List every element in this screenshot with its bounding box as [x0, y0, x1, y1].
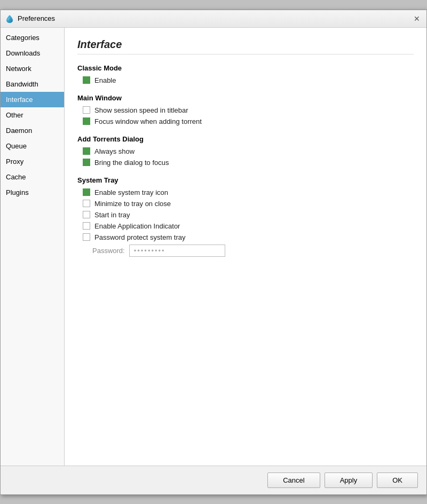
sidebar-item-other[interactable]: Other [1, 107, 64, 123]
checkbox-minimize-to-tray[interactable] [83, 200, 90, 207]
section-add-torrents-title: Add Torrents Dialog [77, 135, 414, 143]
option-enable-classic: Enable [77, 76, 414, 84]
label-password-protect: Password protect system tray [94, 233, 186, 241]
label-always-show: Always show [94, 147, 135, 155]
preferences-window: Preferences ✕ Categories Downloads Netwo… [0, 10, 427, 495]
label-enable-app-indicator: Enable Application Indicator [94, 222, 180, 230]
checkbox-always-show[interactable] [83, 147, 90, 155]
section-system-tray-title: System Tray [77, 176, 414, 184]
section-classic-mode-title: Classic Mode [77, 64, 414, 72]
titlebar: Preferences ✕ [1, 10, 426, 28]
option-start-in-tray: Start in tray [77, 211, 414, 219]
sidebar-item-categories[interactable]: Categories [1, 30, 64, 45]
sidebar-item-downloads[interactable]: Downloads [1, 45, 64, 61]
checkbox-bring-to-focus[interactable] [83, 159, 90, 166]
option-minimize-to-tray: Minimize to tray on close [77, 200, 414, 208]
sidebar-item-cache[interactable]: Cache [1, 169, 64, 185]
sidebar: Categories Downloads Network Bandwidth I… [1, 28, 65, 466]
sidebar-item-plugins[interactable]: Plugins [1, 185, 64, 200]
option-always-show: Always show [77, 147, 414, 155]
checkbox-enable-app-indicator[interactable] [83, 222, 90, 230]
password-input[interactable] [129, 245, 225, 257]
password-row: Password: [77, 245, 414, 257]
label-focus-window: Focus window when adding torrent [94, 117, 202, 125]
option-password-protect: Password protect system tray [77, 233, 414, 241]
checkbox-enable-tray-icon[interactable] [83, 188, 90, 196]
main-panel: Interface Classic Mode Enable Main Windo… [65, 28, 426, 466]
section-main-window-title: Main Window [77, 94, 414, 102]
checkbox-enable-classic[interactable] [83, 76, 90, 84]
label-show-session-speed: Show session speed in titlebar [94, 106, 188, 114]
option-focus-window: Focus window when adding torrent [77, 117, 414, 125]
sidebar-item-network[interactable]: Network [1, 61, 64, 76]
option-show-session-speed: Show session speed in titlebar [77, 106, 414, 114]
checkbox-start-in-tray[interactable] [83, 211, 90, 218]
window-title: Preferences [18, 14, 55, 22]
content-area: Categories Downloads Network Bandwidth I… [1, 28, 426, 466]
sidebar-item-daemon[interactable]: Daemon [1, 123, 64, 138]
apply-button[interactable]: Apply [325, 472, 373, 488]
label-start-in-tray: Start in tray [94, 211, 130, 219]
option-enable-app-indicator: Enable Application Indicator [77, 222, 414, 230]
checkbox-show-session-speed[interactable] [83, 106, 90, 114]
sidebar-item-proxy[interactable]: Proxy [1, 154, 64, 169]
label-enable-tray-icon: Enable system tray icon [94, 188, 168, 196]
option-enable-tray-icon: Enable system tray icon [77, 188, 414, 196]
checkbox-focus-window[interactable] [83, 117, 90, 125]
close-button[interactable]: ✕ [412, 13, 422, 24]
footer: Cancel Apply OK [1, 466, 426, 494]
password-label: Password: [92, 247, 125, 255]
label-minimize-to-tray: Minimize to tray on close [94, 200, 171, 208]
sidebar-item-bandwidth[interactable]: Bandwidth [1, 76, 64, 92]
ok-button[interactable]: OK [377, 472, 418, 488]
option-bring-to-focus: Bring the dialog to focus [77, 159, 414, 167]
app-icon [5, 14, 14, 23]
checkbox-password-protect[interactable] [83, 233, 90, 241]
sidebar-item-interface[interactable]: Interface [1, 92, 64, 107]
cancel-button[interactable]: Cancel [267, 472, 320, 488]
label-bring-to-focus: Bring the dialog to focus [94, 159, 169, 167]
label-enable-classic: Enable [94, 76, 116, 84]
titlebar-left: Preferences [5, 14, 55, 23]
sidebar-item-queue[interactable]: Queue [1, 138, 64, 154]
panel-title: Interface [77, 38, 414, 54]
